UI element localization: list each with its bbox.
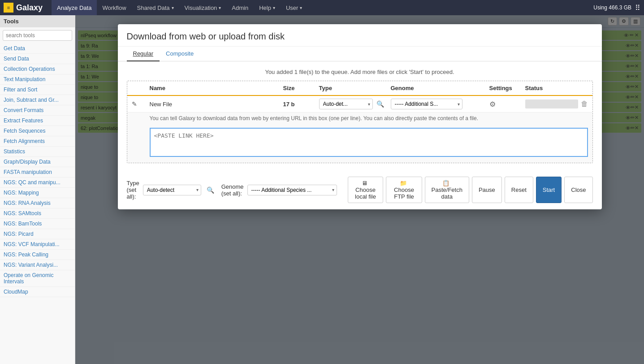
sidebar-item-ngs-vcf[interactable]: NGS: VCF Manipulati... <box>0 239 75 250</box>
visualization-arrow: ▾ <box>219 5 221 10</box>
modal-tabs: Regular Composite <box>118 47 602 61</box>
sidebar-item-ngs-mapping[interactable]: NGS: Mapping <box>0 188 75 198</box>
type-search-button[interactable]: 🔍 <box>375 100 386 108</box>
nav-right: Using 466.3 GB ⠿ <box>593 4 640 12</box>
nav-shared-data[interactable]: Shared Data ▾ <box>132 0 179 15</box>
type-set-all-label: Type (set all): <box>127 180 139 200</box>
file-edit-cell: ✎ <box>132 100 150 108</box>
modal-header: Download from web or upload from disk <box>118 24 602 47</box>
reset-button[interactable]: Reset <box>505 177 533 203</box>
main-layout: Tools Get Data Send Data Collection Oper… <box>0 15 644 364</box>
paste-icon: 📋 <box>442 180 450 186</box>
sidebar-item-ngs-peak-calling[interactable]: NGS: Peak Calling <box>0 250 75 260</box>
sidebar-item-ngs-picard[interactable]: NGS: Picard <box>0 229 75 239</box>
choose-ftp-button[interactable]: 📁 Choose FTP file <box>386 177 422 203</box>
upload-modal: Download from web or upload from disk Re… <box>118 24 602 209</box>
choose-local-file-button[interactable]: 🖥 Choose local file <box>348 177 384 203</box>
sidebar-item-ngs-variant[interactable]: NGS: Variant Analysi... <box>0 260 75 270</box>
file-table: Name Size Type Genome Settings Status ✎ <box>127 81 593 163</box>
file-genome-select[interactable]: ----- Additional S... <box>391 99 462 109</box>
top-navigation: ≡ Galaxy Analyze Data Workflow Shared Da… <box>0 0 644 15</box>
file-row-container: ✎ New File 17 b <box>127 96 592 163</box>
close-button[interactable]: Close <box>564 177 592 203</box>
file-name-cell: New File <box>150 101 283 108</box>
folder-icon: 📁 <box>400 180 407 186</box>
tab-composite[interactable]: Composite <box>160 47 200 61</box>
sidebar-item-genomic-intervals[interactable]: Operate on Genomic Intervals <box>0 270 75 287</box>
file-row: ✎ New File 17 b <box>127 96 592 112</box>
type-set-all-wrapper: Auto-detect ▾ <box>143 185 201 195</box>
sidebar-item-send-data[interactable]: Send Data <box>0 54 75 64</box>
sidebar-search-wrapper <box>0 27 75 43</box>
nav-user[interactable]: User ▾ <box>281 0 307 15</box>
help-arrow: ▾ <box>273 5 275 10</box>
sidebar-item-get-data[interactable]: Get Data <box>0 43 75 54</box>
sidebar-item-extract-features[interactable]: Extract Features <box>0 116 75 126</box>
sidebar-header: Tools <box>0 15 75 27</box>
file-table-header: Name Size Type Genome Settings Status <box>127 81 592 96</box>
genome-select-wrapper: ----- Additional S... ▾ <box>391 99 462 109</box>
file-progress-bar <box>525 100 578 108</box>
footer-buttons: 🖥 Choose local file 📁 Choose FTP file 📋 … <box>348 177 593 203</box>
nav-help[interactable]: Help ▾ <box>254 0 281 15</box>
type-set-all-section: Type (set all): Auto-detect ▾ 🔍 <box>127 180 216 200</box>
grid-icon[interactable]: ⠿ <box>635 4 640 12</box>
monitor-icon: 🖥 <box>362 180 367 186</box>
shared-data-arrow: ▾ <box>172 5 174 10</box>
col-settings: Settings <box>489 85 525 91</box>
genome-set-all-select[interactable]: ----- Additional Species ... <box>247 185 337 195</box>
col-size: Size <box>283 85 319 91</box>
genome-set-all-section: Genome (set all): ----- Additional Speci… <box>221 183 337 197</box>
type-set-all-select[interactable]: Auto-detect <box>143 185 201 195</box>
sidebar-item-convert-formats[interactable]: Convert Formats <box>0 105 75 116</box>
paste-fetch-button[interactable]: 📋 Paste/Fetch data <box>425 177 469 203</box>
modal-body: You added 1 file(s) to the queue. Add mo… <box>118 61 602 170</box>
file-delete-button[interactable]: 🗑 <box>581 100 588 108</box>
tab-regular[interactable]: Regular <box>127 47 160 61</box>
sidebar-item-statistics[interactable]: Statistics <box>0 147 75 157</box>
file-edit-button[interactable]: ✎ <box>132 100 137 108</box>
col-type: Type <box>319 85 391 91</box>
genome-set-all-wrapper: ----- Additional Species ... ▾ <box>247 185 337 195</box>
sidebar-item-ngs-qc[interactable]: NGS: QC and manipu... <box>0 178 75 188</box>
sidebar-item-text-manipulation[interactable]: Text Manipulation <box>0 74 75 85</box>
storage-indicator: Using 466.3 GB <box>593 4 631 11</box>
sidebar-item-collection-operations[interactable]: Collection Operations <box>0 64 75 74</box>
logo-icon: ≡ <box>4 3 13 13</box>
col-name: Name <box>150 85 283 91</box>
row-detail-text: You can tell Galaxy to download data fro… <box>150 115 588 121</box>
content-area: ↻ ⚙ ▥ nIPseq workflow for sheet testing … <box>75 15 644 364</box>
file-name: New File <box>150 101 173 108</box>
nav-workflow[interactable]: Workflow <box>97 0 131 15</box>
sidebar-item-filter-sort[interactable]: Filter and Sort <box>0 85 75 95</box>
col-icon <box>132 85 150 91</box>
file-status-cell: 🗑 <box>525 100 588 108</box>
modal-footer: Type (set all): Auto-detect ▾ 🔍 Genome (… <box>118 170 602 209</box>
pause-button[interactable]: Pause <box>472 177 502 203</box>
sidebar-item-ngs-rna[interactable]: NGS: RNA Analysis <box>0 198 75 208</box>
type-search-all-button[interactable]: 🔍 <box>205 186 216 195</box>
file-type-select[interactable]: Auto-det... <box>319 99 373 109</box>
app-logo[interactable]: ≡ Galaxy <box>4 3 43 13</box>
modal-overlay: Download from web or upload from disk Re… <box>75 15 644 364</box>
modal-info-message: You added 1 file(s) to the queue. Add mo… <box>127 69 593 75</box>
sidebar-item-fetch-alignments[interactable]: Fetch Alignments <box>0 136 75 147</box>
start-button[interactable]: Start <box>536 177 562 203</box>
modal-title: Download from web or upload from disk <box>127 31 593 42</box>
sidebar-item-fasta[interactable]: FASTA manipulation <box>0 167 75 178</box>
sidebar-item-join-subtract[interactable]: Join, Subtract and Gr... <box>0 95 75 105</box>
nav-visualization[interactable]: Visualization ▾ <box>179 0 227 15</box>
search-input[interactable] <box>3 30 72 41</box>
file-settings-button[interactable]: ⚙ <box>489 100 496 108</box>
sidebar-item-ngs-bamtools[interactable]: NGS: BamTools <box>0 219 75 229</box>
type-select-wrapper: Auto-det... ▾ <box>319 99 373 109</box>
nav-admin[interactable]: Admin <box>226 0 254 15</box>
sidebar-item-graph-display[interactable]: Graph/Display Data <box>0 157 75 167</box>
file-type-cell: Auto-det... ▾ 🔍 <box>319 99 391 109</box>
sidebar-item-ngs-samtools[interactable]: NGS: SAMtools <box>0 208 75 219</box>
paste-area[interactable] <box>150 128 588 157</box>
nav-analyze-data[interactable]: Analyze Data <box>52 0 97 15</box>
file-genome-cell: ----- Additional S... ▾ <box>391 99 489 109</box>
sidebar-item-cloudmap[interactable]: CloudMap <box>0 287 75 297</box>
sidebar-item-fetch-sequences[interactable]: Fetch Sequences <box>0 126 75 136</box>
